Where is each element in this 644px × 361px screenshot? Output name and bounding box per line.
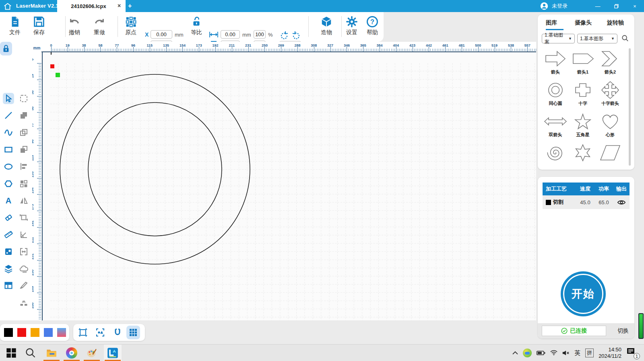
lasermaker-taskbar-tile[interactable] [104,345,122,361]
swatch-gradient[interactable] [57,328,66,337]
line-tool[interactable] [3,110,14,121]
tab-gallery[interactable]: 图库 [546,19,557,27]
ime-indicator[interactable]: 拼 [585,349,594,357]
tab-camera[interactable]: 摄像头 [575,19,592,27]
gallery-item-arrow-pentagon[interactable]: 箭头1 [570,49,596,75]
laser-pen-tool[interactable] [18,280,29,291]
snap-magnet-icon[interactable] [113,328,122,337]
search-icon[interactable] [621,35,629,42]
switch-device-button[interactable]: 切换 [617,326,629,336]
gallery-item-cross-arrow[interactable]: 十字箭头 [597,80,623,107]
new-tab-button[interactable]: + [128,2,132,10]
protractor-tool[interactable] [18,229,29,240]
help-button[interactable]: ? 帮助 [363,15,381,36]
swatch-blue[interactable] [44,328,53,337]
taskbar-search-icon[interactable] [25,347,36,359]
gallery-item-arrow-right[interactable]: 箭头 [543,49,568,75]
measure-tool[interactable] [3,229,14,240]
account-area[interactable]: 未登录 [540,2,568,10]
weld-tool[interactable] [18,246,29,257]
paint-icon[interactable] [86,347,97,359]
rotate-cw-icon[interactable] [291,31,301,40]
rectangle-tool[interactable] [3,144,14,155]
redo-button[interactable]: 重做 [90,15,109,36]
subcategory-dropdown[interactable]: 1.基本图形▼ [577,34,617,43]
login-status[interactable]: 未登录 [552,2,568,10]
layer-color-swatch[interactable] [546,200,551,205]
swatch-red[interactable] [17,328,26,337]
origin-button[interactable]: 原点 [122,15,140,36]
gallery-item-star6[interactable] [570,143,596,162]
wegame-tray-icon[interactable] [523,349,532,357]
cloud-tool[interactable] [18,263,29,274]
file-button[interactable]: 文件 [6,15,24,36]
close-button[interactable]: × [625,0,644,12]
array-tool[interactable] [3,280,14,291]
save-button[interactable]: 保存 [30,15,48,36]
gallery-item-spiral[interactable] [543,143,568,162]
swatch-black[interactable] [4,328,13,337]
union-tool[interactable] [18,110,29,121]
break-apart-tool[interactable] [18,297,29,308]
design-objects[interactable] [41,51,536,320]
eraser-tool[interactable] [3,212,14,223]
fit-selection-icon[interactable] [95,328,105,337]
start-button[interactable]: 开始 [561,271,606,316]
dimension-tool[interactable] [18,212,29,223]
subtract-tool[interactable] [18,144,29,155]
gallery-item-double-arrow[interactable]: 双箭头 [543,112,568,138]
mirror-tool[interactable] [18,195,29,206]
rotate-ccw-icon[interactable] [279,31,289,40]
work-area[interactable] [41,51,536,320]
width-pct-input[interactable] [254,30,266,39]
settings-button[interactable]: 设置 [343,15,361,36]
volume-muted-icon[interactable] [562,350,570,356]
minimize-button[interactable]: — [588,0,607,12]
gallery-scrollbar[interactable] [629,48,631,166]
marquee-tool[interactable] [18,93,29,104]
language-indicator[interactable]: 英 [574,349,580,357]
canvas-lock-button[interactable] [0,42,12,55]
maximize-button[interactable] [607,0,625,12]
create-button[interactable]: 造物 [317,15,336,36]
clock[interactable]: 14:50 2024/11/2 [599,347,621,359]
duplicate-tool[interactable] [18,127,29,138]
category-dropdown[interactable]: 1.基础图案▼ [542,34,575,43]
gallery-item-parallelogram[interactable] [597,143,623,162]
align-tool[interactable] [18,161,29,172]
file-explorer-icon[interactable] [46,347,57,359]
gallery-item-arrow-chevron[interactable]: 箭头2 [597,49,623,75]
x-input[interactable] [151,30,172,39]
grid-toggle-icon[interactable] [128,328,138,337]
curve-tool[interactable] [3,127,14,138]
color-palette [0,324,69,341]
frame-icon[interactable] [78,328,88,337]
tab-close-icon[interactable]: × [116,2,122,9]
layers-tool[interactable] [3,263,14,274]
ellipse-tool[interactable] [3,161,14,172]
undo-button[interactable]: 撤销 [65,15,84,36]
wifi-icon[interactable] [550,350,557,356]
tray-expand-icon[interactable] [512,351,518,355]
browser-icon[interactable] [66,347,77,359]
output-eye-icon[interactable] [617,199,626,205]
gallery-item-star5[interactable]: 五角星 [570,112,596,138]
select-tool[interactable] [3,93,14,104]
home-icon[interactable] [3,2,12,10]
text-tool[interactable]: A [3,195,14,206]
image-trace-tool[interactable] [3,246,14,257]
document-tab[interactable]: 24102606.lcpx × [57,0,126,12]
gallery-item-cross[interactable]: 十字 [570,80,596,107]
arrange-tool[interactable] [18,178,29,189]
tab-rotary[interactable]: 旋转轴 [607,19,624,27]
width-input[interactable] [221,30,240,39]
battery-icon[interactable] [537,351,545,355]
start-menu-icon[interactable] [6,347,17,359]
aspect-lock-button[interactable]: 等比 [188,15,205,36]
notification-center[interactable]: 1 [626,348,638,358]
process-row[interactable]: 切割45.065.0 [543,195,630,209]
gallery-item-heart[interactable]: 心形 [597,112,623,138]
gallery-item-concentric-circles[interactable]: 同心圆 [543,80,568,107]
polygon-tool[interactable] [3,178,14,189]
swatch-orange[interactable] [31,328,39,337]
